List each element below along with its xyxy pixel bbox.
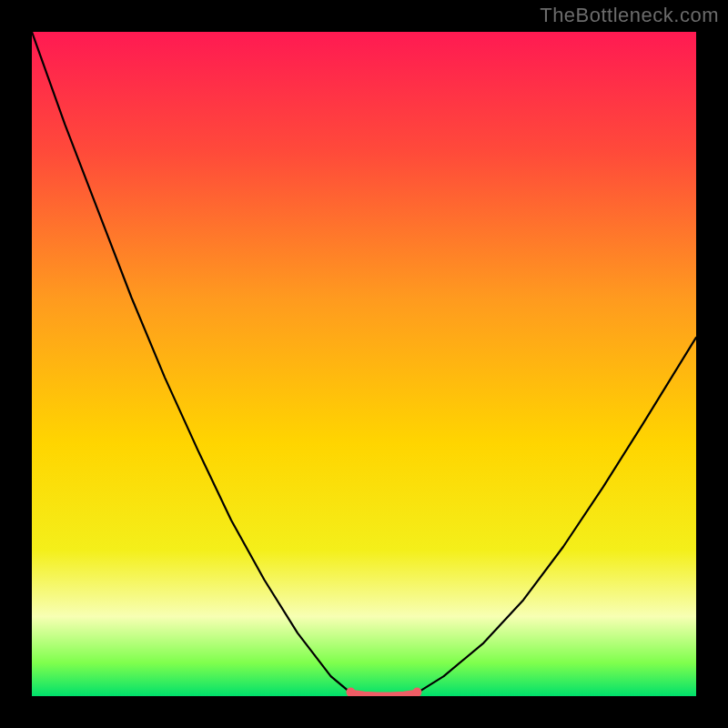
- chart-root: TheBottleneck.com: [0, 0, 728, 728]
- watermark-text: TheBottleneck.com: [540, 4, 719, 27]
- svg-rect-0: [32, 32, 696, 696]
- series-bottom-flat: [350, 693, 417, 695]
- bottleneck-chart: [32, 32, 696, 696]
- plot-area: [32, 32, 696, 696]
